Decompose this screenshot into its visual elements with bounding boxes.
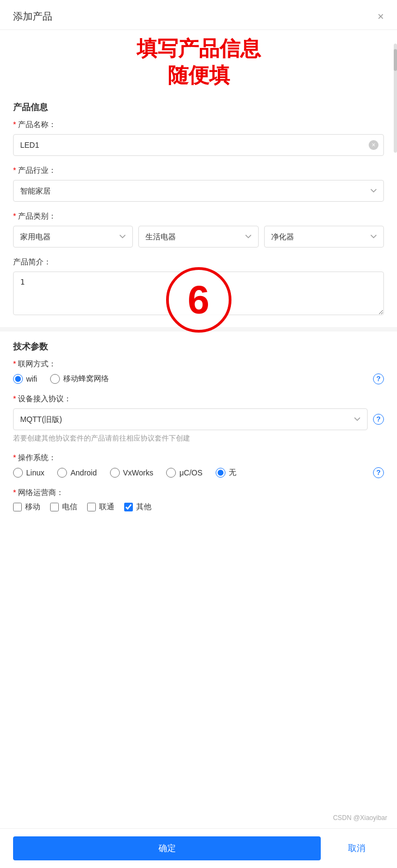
- os-android-label: Android: [70, 468, 96, 477]
- product-name-label: * 产品名称：: [13, 120, 384, 130]
- carrier-telecom-label: 电信: [62, 502, 77, 512]
- protocol-hint-text: 若要创建其他协议套件的产品请前往相应协议套件下创建: [13, 433, 384, 443]
- section-divider: [0, 327, 397, 331]
- device-protocol-wrapper: MQTT(旧版) MQTT HTTP CoAP ?: [13, 408, 384, 430]
- network-help-icon[interactable]: ?: [373, 373, 384, 384]
- device-protocol-field: * 设备接入协议： MQTT(旧版) MQTT HTTP CoAP ? 若要创建…: [13, 394, 384, 443]
- os-options-wrapper: Linux Android VxWorks μC/OS: [13, 467, 384, 478]
- product-industry-field: * 产品行业： 智能家居 工业 农业: [13, 166, 384, 202]
- network-cellular-label: 移动蜂窝网络: [63, 374, 109, 384]
- os-none-label: 无: [229, 468, 236, 478]
- carrier-telecom-option[interactable]: 电信: [50, 502, 77, 512]
- carrier-other-option[interactable]: 其他: [124, 502, 151, 512]
- product-name-clear-button[interactable]: ×: [369, 140, 378, 150]
- network-wifi-option[interactable]: wifi: [13, 374, 37, 384]
- os-field: * 操作系统： Linux Android VxWorks: [13, 453, 384, 478]
- csdn-credit: CSDN @Xiaoyibar: [333, 814, 387, 822]
- cancel-button[interactable]: 取消: [329, 836, 384, 860]
- product-intro-label: 产品简介：: [13, 257, 384, 267]
- carrier-field: * 网络运营商： 移动 电信 联通 其他: [13, 488, 384, 512]
- carrier-unicom-label: 联通: [99, 502, 114, 512]
- os-vxworks-option[interactable]: VxWorks: [110, 468, 154, 478]
- modal-body: 产品信息 * 产品名称： × * 产品行业： 智能家居 工业 农业: [0, 92, 397, 576]
- carrier-mobile-option[interactable]: 移动: [13, 502, 40, 512]
- os-linux-radio[interactable]: [13, 468, 23, 478]
- os-none-option[interactable]: 无: [216, 468, 236, 478]
- os-none-radio[interactable]: [216, 468, 225, 478]
- os-linux-option[interactable]: Linux: [13, 468, 44, 478]
- carrier-other-checkbox[interactable]: [124, 503, 133, 511]
- category-select-2[interactable]: 生活电器: [138, 226, 258, 248]
- product-name-input[interactable]: [13, 134, 384, 156]
- product-category-field: * 产品类别： 家用电器 生活电器 净化器: [13, 212, 384, 248]
- os-vxworks-radio[interactable]: [110, 468, 120, 478]
- close-button[interactable]: ×: [377, 11, 384, 22]
- network-wifi-radio[interactable]: [13, 374, 23, 384]
- os-ucos-radio[interactable]: [166, 468, 176, 478]
- category-selects-wrapper: 家用电器 生活电器 净化器: [13, 226, 384, 248]
- modal-overlay: 添加产品 × 填写产品信息 随便填 产品信息 * 产品名称： × * 产品行业：: [0, 0, 397, 868]
- network-type-options: wifi 移动蜂窝网络 ?: [13, 373, 384, 384]
- footer-spacer: [13, 522, 384, 565]
- section-tech-title: 技术参数: [13, 341, 384, 353]
- carrier-unicom-option[interactable]: 联通: [87, 502, 114, 512]
- network-type-label: * 联网方式：: [13, 359, 384, 369]
- product-intro-field: 产品简介： 1: [13, 257, 384, 317]
- annotation-line1: 填写产品信息 随便填: [0, 35, 397, 89]
- product-industry-label: * 产品行业：: [13, 166, 384, 176]
- os-help-icon[interactable]: ?: [373, 467, 384, 478]
- device-protocol-label: * 设备接入协议：: [13, 394, 384, 404]
- modal-footer: 确定 取消: [0, 828, 397, 868]
- product-intro-textarea[interactable]: 1: [13, 272, 384, 315]
- scrollbar-thumb[interactable]: [394, 49, 397, 71]
- carrier-label: * 网络运营商：: [13, 488, 384, 498]
- os-linux-label: Linux: [26, 468, 44, 477]
- confirm-button[interactable]: 确定: [13, 836, 321, 860]
- carrier-other-label: 其他: [136, 502, 151, 512]
- network-radio-group: wifi 移动蜂窝网络: [13, 374, 373, 384]
- product-category-label: * 产品类别：: [13, 212, 384, 221]
- os-android-option[interactable]: Android: [57, 468, 96, 478]
- category-select-3[interactable]: 净化器: [264, 226, 384, 248]
- category-select-1[interactable]: 家用电器: [13, 226, 133, 248]
- os-radio-group: Linux Android VxWorks μC/OS: [13, 468, 373, 478]
- product-name-wrapper: ×: [13, 134, 384, 156]
- modal-title: 添加产品: [13, 10, 52, 23]
- carrier-unicom-checkbox[interactable]: [87, 503, 96, 511]
- scrollbar-track[interactable]: [394, 44, 397, 153]
- os-ucos-option[interactable]: μC/OS: [166, 468, 202, 478]
- modal-header: 添加产品 ×: [0, 0, 397, 30]
- os-android-radio[interactable]: [57, 468, 67, 478]
- network-cellular-radio[interactable]: [50, 374, 60, 384]
- carrier-checkbox-group: 移动 电信 联通 其他: [13, 502, 384, 512]
- carrier-telecom-checkbox[interactable]: [50, 503, 59, 511]
- device-protocol-select[interactable]: MQTT(旧版) MQTT HTTP CoAP: [13, 408, 368, 430]
- product-industry-select[interactable]: 智能家居 工业 农业: [13, 180, 384, 202]
- os-label: * 操作系统：: [13, 453, 384, 463]
- carrier-mobile-label: 移动: [25, 502, 40, 512]
- product-name-field: * 产品名称： ×: [13, 120, 384, 156]
- protocol-help-icon[interactable]: ?: [373, 414, 384, 425]
- os-ucos-label: μC/OS: [179, 468, 202, 477]
- carrier-mobile-checkbox[interactable]: [13, 503, 22, 511]
- network-wifi-label: wifi: [26, 375, 37, 383]
- os-vxworks-label: VxWorks: [123, 468, 154, 477]
- section-product-title: 产品信息: [13, 102, 384, 113]
- annotation-banner: 填写产品信息 随便填: [0, 30, 397, 92]
- network-cellular-option[interactable]: 移动蜂窝网络: [50, 374, 109, 384]
- network-type-field: * 联网方式： wifi 移动蜂窝网络 ?: [13, 359, 384, 384]
